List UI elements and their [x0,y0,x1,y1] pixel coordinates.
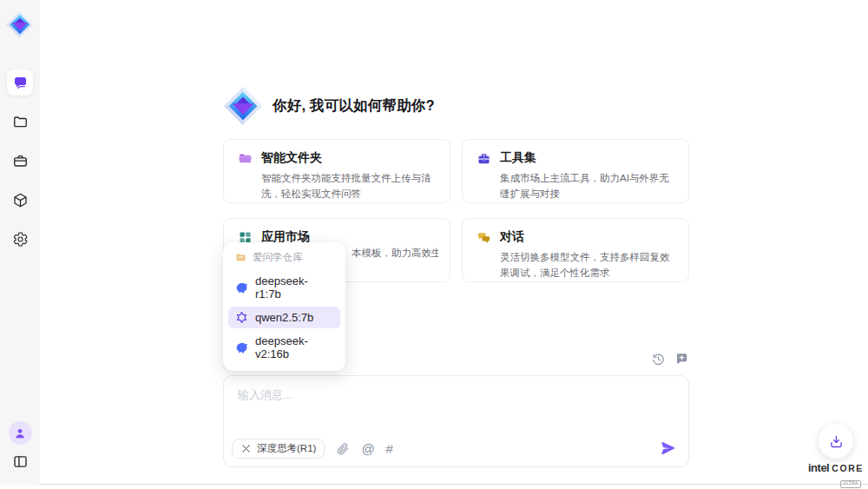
model-option-label: deepseek-v2:16b [255,334,333,360]
deepseek-whale-icon [235,281,248,294]
sidebar-item-chat[interactable] [7,69,33,96]
core-wordmark: core [832,464,864,473]
sidebar-item-tools[interactable] [7,148,33,174]
chat-icon [12,75,29,91]
new-chat-icon[interactable] [674,352,689,367]
message-input[interactable]: 输入消息... [238,387,293,403]
qwen-star-icon [235,311,248,324]
user-icon [13,426,27,440]
sidebar-item-settings[interactable] [7,226,33,252]
card-title: 智能文件夹 [261,150,322,166]
greeting-title: 你好, 我可以如何帮助你? [273,96,435,116]
deep-think-button[interactable]: 深度思考(R1) [232,439,325,459]
card-description: 集成市场上主流工具，助力AI与外界无缝扩展与对接 [477,170,674,202]
briefcase-icon [12,153,29,169]
intel-core-logo: intel core ULTRA [805,462,867,488]
deep-think-label: 深度思考(R1) [257,442,316,455]
model-group-header: 爱问学仓库 [228,248,340,268]
main-content: 你好, 我可以如何帮助你? 智能文件夹 智能文件夹功能支持批量文件上传与清洗，轻… [223,0,689,485]
hash-icon[interactable]: # [386,442,393,455]
card-smart-folder[interactable]: 智能文件夹 智能文件夹功能支持批量文件上传与清洗，轻松实现文件问答 [223,139,450,203]
folder-icon [12,114,29,130]
sidebar [0,0,40,485]
app-window: 你好, 我可以如何帮助你? 智能文件夹 智能文件夹功能支持批量文件上传与清洗，轻… [0,0,868,485]
card-toolset[interactable]: 工具集 集成市场上主流工具，助力AI与外界无缝扩展与对接 [462,139,689,203]
card-description: 智能文件夹功能支持批量文件上传与清洗，轻松实现文件问答 [238,170,436,202]
model-option-deepseek-r1[interactable]: deepseek-r1:7b [228,270,340,305]
greeting: 你好, 我可以如何帮助你? [223,86,435,126]
model-option-qwen[interactable]: qwen2.5:7b [228,307,340,328]
model-option-deepseek-v2[interactable]: deepseek-v2:16b [228,330,340,365]
gear-icon [12,231,29,248]
repo-folder-icon [235,252,247,263]
deep-think-icon [240,443,252,454]
card-title: 对话 [500,229,524,245]
history-icon[interactable] [651,352,666,367]
dialogue-bubbles-icon [477,230,491,245]
model-group-label: 爱问学仓库 [253,251,303,264]
deepseek-whale-icon [235,341,248,354]
sidebar-collapse-toggle[interactable] [7,448,33,474]
panel-toggle-icon [12,453,29,470]
download-icon [828,433,845,450]
composer: 输入消息... 深度思考(R1) [223,375,689,467]
paperclip-icon[interactable] [336,442,350,456]
sidebar-item-models[interactable] [7,187,33,213]
at-icon[interactable]: @ [361,442,374,455]
intel-wordmark: intel [808,462,829,473]
app-logo-icon [6,10,34,38]
card-description: 本模板，助力高效生成多 [352,247,438,260]
cube-icon [12,192,29,208]
card-dialogue[interactable]: 对话 灵活切换多模型文件，支持多样回复效果调试，满足个性化需求 [462,218,689,282]
model-dropdown: 爱问学仓库 deepseek-r1:7b qwen2.5:7b [223,242,345,371]
smart-folder-icon [238,151,253,166]
model-option-label: qwen2.5:7b [255,311,313,324]
user-avatar[interactable] [9,421,32,445]
card-description: 灵活切换多模型文件，支持多样回复效果调试，满足个性化需求 [477,249,674,281]
greeting-logo-icon [223,86,263,126]
sidebar-item-folders[interactable] [7,109,33,135]
model-option-label: deepseek-r1:7b [255,274,333,301]
toolbox-icon [477,151,491,166]
ultra-badge: ULTRA [840,480,862,488]
download-button[interactable] [819,424,853,459]
send-icon[interactable] [661,441,676,457]
card-title: 工具集 [500,150,536,166]
